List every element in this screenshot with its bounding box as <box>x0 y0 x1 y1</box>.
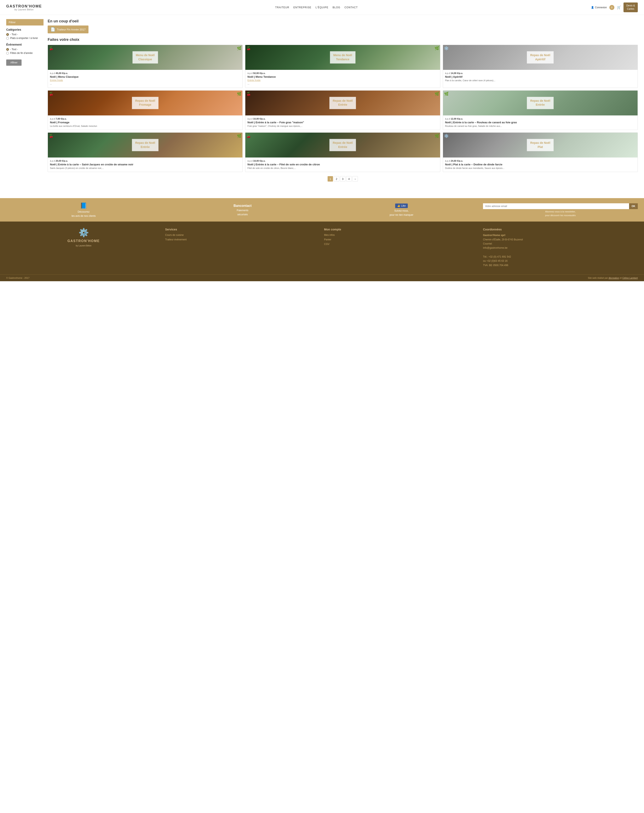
product-desc: ... <box>247 82 438 85</box>
logo[interactable]: GASTRON'HOME by Laurent Bélon <box>6 4 42 11</box>
product-image: 🍒 🌿 Repas de NoëlEntrée <box>48 133 242 158</box>
product-subtitle[interactable]: Entrée froide <box>247 79 438 81</box>
product-card[interactable]: 🍒 🌿 Repas de NoëlEntrée à.p.d 20,00 €/p.… <box>48 132 243 172</box>
product-card[interactable]: 🍒 🌿 Repas de NoëlEntrée à.p.d 10,00 €/p.… <box>245 91 440 130</box>
credit-link2[interactable]: Céline Lambert <box>622 277 638 279</box>
affiner-button[interactable]: Affiner <box>6 60 21 66</box>
xmas-berries-icon: ❄️ <box>444 46 449 51</box>
evt-all-radio[interactable] <box>6 48 9 51</box>
product-info: à.p.d 18,00 €/p.u. Noël | Entrée à la ca… <box>245 158 440 172</box>
evt-fetes-option[interactable]: Fêtes de fin d'année <box>6 52 43 55</box>
product-image: 🍒 🌿 Menu de NoëlClassique <box>48 45 242 70</box>
coords-tel2: ou +32 (0)63 45 63 16 <box>483 259 508 262</box>
page-2-button[interactable]: 2 <box>334 176 339 181</box>
product-desc: Flan à la carotte, Cœur de céleri rave (… <box>445 79 635 82</box>
price-value: 7,00 €/p.u. <box>56 118 67 120</box>
page-next-button[interactable]: › <box>353 176 358 181</box>
moncompte-mesinfos[interactable]: Mes infos <box>324 233 479 237</box>
product-desc: Filet de sole en croûte de citron, Beurr… <box>247 167 438 170</box>
coords-email-link[interactable]: info@gastronhome.be <box>483 246 638 250</box>
cat-plats-option[interactable]: Plats à emporter / à livrer <box>6 37 43 40</box>
newsletter-ok-button[interactable]: OK <box>629 203 638 209</box>
newsletter-email-input[interactable] <box>483 203 629 209</box>
nav-traiteur[interactable]: TRAITEUR <box>275 6 289 9</box>
xmas-berries2-icon: 🌿 <box>434 92 439 96</box>
coords-address: Chemin d'Étalle, 29 B-6743 Buzenol <box>483 238 523 241</box>
coords-title: Coordonnées <box>483 228 638 231</box>
categories-section: Catégories - Tout - Plats à emporter / à… <box>6 28 43 40</box>
footer-newsletter: OK Abonnez-vous à la newsletter, pour dé… <box>483 203 638 216</box>
product-name: Noël | Entrée à la carte – Filet de sole… <box>247 163 438 166</box>
person-icon: 👤 <box>591 6 594 9</box>
overlay-text: Repas de NoëlEntrée <box>530 99 550 107</box>
product-desc: Foie gras "maison", Chutney de mangue au… <box>247 124 438 128</box>
product-info: à.p.d 24,60 €/p.u. Noël | Plat à la cart… <box>443 158 638 172</box>
price-value: 45,00 €/p.u. <box>56 72 68 74</box>
product-desc: Dodine de dinde farcie aux mendiants, Sa… <box>445 167 635 170</box>
footer-logo-icon: ⚙️ <box>78 228 89 238</box>
product-info: à.p.d 45,00 €/p.u. Noël | Menu Classique… <box>48 70 242 87</box>
product-name: Noël | Menu Classique <box>50 75 240 78</box>
nav-blog[interactable]: BLOG <box>333 6 340 9</box>
xmas-berries-icon: 🍒 <box>49 46 54 51</box>
product-info: à.p.d 14,00 €/p.u. Noël | Apéritif Flan … <box>443 70 638 84</box>
nav-entreprise[interactable]: ENTREPRISE <box>293 6 311 9</box>
overlay-text: Repas de NoëlEntrée <box>333 99 353 107</box>
credit-text: Site web réalisé par dbcreation et Célin… <box>588 277 638 279</box>
devis-button[interactable]: Devis &Cartes <box>624 3 638 12</box>
page-4-button[interactable]: 4 <box>346 176 352 181</box>
product-name: Noël | Plat à la carte – Dodine de dinde… <box>445 163 635 166</box>
header-right: 👤 Connexion 0 🛒 Devis &Cartes <box>591 3 638 12</box>
xmas-berries2-icon: 🌿 <box>237 46 241 51</box>
coords-email-label: Courriel: <box>483 242 492 245</box>
page-3-button[interactable]: 3 <box>340 176 345 181</box>
product-card[interactable]: ❄️ Repas de NoëlPlat à.p.d 24,60 €/p.u. … <box>443 132 638 172</box>
xmas-berries2-icon: 🌿 <box>237 133 241 138</box>
moncompte-panier[interactable]: Panier <box>324 238 479 241</box>
evt-fetes-radio[interactable] <box>6 52 9 55</box>
bancontact-title: Bancontact <box>233 204 251 208</box>
product-name: Noël | Entrée à la carte – Rouleau de ca… <box>445 121 635 124</box>
footer-coords: Coordonnées Gastron'Home sprl Chemin d'É… <box>483 228 638 268</box>
product-desc: Saint-Jacques (3 pièces) en croûte de sé… <box>50 167 240 170</box>
cat-all-option[interactable]: - Tout - <box>6 33 43 36</box>
product-card[interactable]: 🍒 🌿 Menu de NoëlClassique à.p.d 45,00 €/… <box>48 45 243 87</box>
product-overlay: Repas de NoëlEntrée <box>330 139 356 151</box>
like-button[interactable]: 👍 Like <box>395 204 408 208</box>
product-image: 🍒 🌿 Repas de NoëlFromage <box>48 91 242 115</box>
product-card[interactable]: 🍒 🌿 Repas de NoëlFromage à.p.d 7,00 €/p.… <box>48 91 243 130</box>
product-card[interactable]: 🌿 Repas de NoëlEntrée à.p.d 12,00 €/p.u.… <box>443 91 638 130</box>
footer-bottom: ⚙️ GASTRON'HOME by Laurent Bélon Service… <box>0 222 644 275</box>
pdf-banner[interactable]: 📄 Traiteur Fin Année 2017 <box>48 26 89 33</box>
product-card[interactable]: 🍒 🌿 Menu de NoëlTendance à.p.d 50,00 €/p… <box>245 45 440 87</box>
xmas-berries-icon: ❄️ <box>444 133 449 138</box>
product-price: à.p.d 50,00 €/p.u. <box>247 72 438 74</box>
product-info: à.p.d 7,00 €/p.u. Noël | Fromage La boît… <box>48 115 242 130</box>
page-1-button[interactable]: 1 <box>328 176 333 181</box>
cat-plats-radio[interactable] <box>6 37 9 40</box>
product-image: 🍒 🌿 Repas de NoëlEntrée <box>245 133 440 158</box>
evt-all-option[interactable]: - Tout - <box>6 48 43 51</box>
xmas-berries-icon: 🍒 <box>49 92 54 96</box>
connexion-button[interactable]: 👤 Connexion <box>591 6 607 9</box>
product-card[interactable]: 🍒 🌿 Repas de NoëlEntrée à.p.d 18,00 €/p.… <box>245 132 440 172</box>
price-value: 14,00 €/p.u. <box>451 72 463 74</box>
nav-equipe[interactable]: L'ÉQUIPE <box>316 6 328 9</box>
cart-button[interactable]: 0 <box>609 5 614 10</box>
cat-all-radio[interactable] <box>6 33 9 36</box>
nav-contact[interactable]: CONTACT <box>344 6 358 9</box>
services-traiteur[interactable]: Traiteur événement <box>165 238 320 241</box>
footer-services: Services Cours de cuisine Traiteur événe… <box>165 228 320 268</box>
product-name: Noël | Menu Tendance <box>247 75 438 78</box>
follow-label1: Suivez-nous, <box>394 209 409 212</box>
moncompte-cgv[interactable]: CGV <box>324 242 479 246</box>
footer-logo-text: GASTRON'HOME <box>67 239 100 243</box>
product-info: à.p.d 12,00 €/p.u. Noël | Entrée à la ca… <box>443 115 638 130</box>
services-cours[interactable]: Cours de cuisine <box>165 233 320 237</box>
credit-link1[interactable]: dbcreation <box>609 277 619 279</box>
product-price: à.p.d 10,00 €/p.u. <box>247 118 438 120</box>
cat-all-label: - Tout - <box>10 33 18 36</box>
product-subtitle[interactable]: Entrée froide <box>50 79 240 81</box>
product-card[interactable]: ❄️ Repas de NoëlApéritif à.p.d 14,00 €/p… <box>443 45 638 87</box>
product-price: à.p.d 14,00 €/p.u. <box>445 72 635 74</box>
